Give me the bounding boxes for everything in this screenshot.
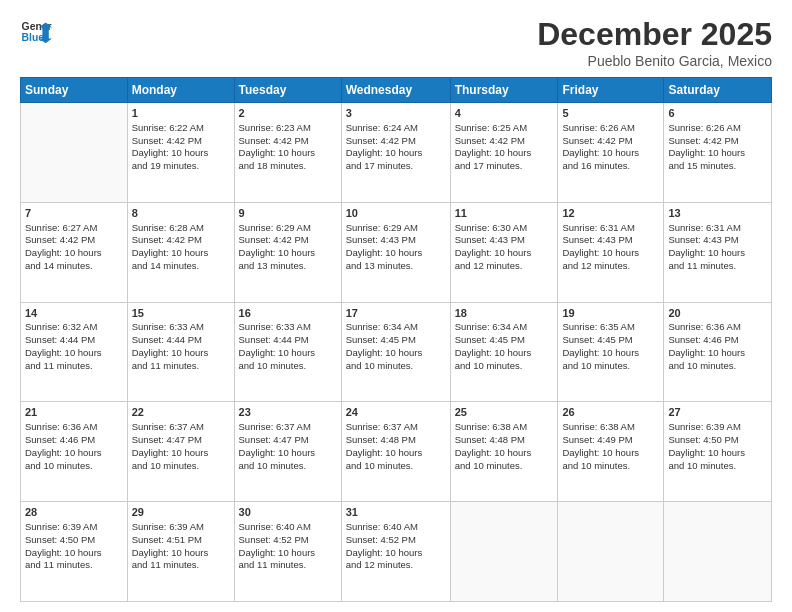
day-number: 4 bbox=[455, 106, 554, 121]
month-title: December 2025 bbox=[537, 16, 772, 53]
col-friday: Friday bbox=[558, 78, 664, 103]
day-info: Sunrise: 6:23 AM Sunset: 4:42 PM Dayligh… bbox=[239, 122, 337, 173]
day-info: Sunrise: 6:33 AM Sunset: 4:44 PM Dayligh… bbox=[132, 321, 230, 372]
day-number: 31 bbox=[346, 505, 446, 520]
day-number: 22 bbox=[132, 405, 230, 420]
location: Pueblo Benito Garcia, Mexico bbox=[537, 53, 772, 69]
calendar-cell: 25Sunrise: 6:38 AM Sunset: 4:48 PM Dayli… bbox=[450, 402, 558, 502]
day-info: Sunrise: 6:34 AM Sunset: 4:45 PM Dayligh… bbox=[346, 321, 446, 372]
day-number: 1 bbox=[132, 106, 230, 121]
calendar-cell: 29Sunrise: 6:39 AM Sunset: 4:51 PM Dayli… bbox=[127, 502, 234, 602]
day-info: Sunrise: 6:27 AM Sunset: 4:42 PM Dayligh… bbox=[25, 222, 123, 273]
calendar-cell bbox=[450, 502, 558, 602]
calendar-cell: 19Sunrise: 6:35 AM Sunset: 4:45 PM Dayli… bbox=[558, 302, 664, 402]
day-number: 26 bbox=[562, 405, 659, 420]
day-info: Sunrise: 6:36 AM Sunset: 4:46 PM Dayligh… bbox=[668, 321, 767, 372]
day-number: 13 bbox=[668, 206, 767, 221]
day-number: 19 bbox=[562, 306, 659, 321]
calendar-cell: 31Sunrise: 6:40 AM Sunset: 4:52 PM Dayli… bbox=[341, 502, 450, 602]
day-info: Sunrise: 6:37 AM Sunset: 4:47 PM Dayligh… bbox=[132, 421, 230, 472]
day-info: Sunrise: 6:39 AM Sunset: 4:50 PM Dayligh… bbox=[668, 421, 767, 472]
calendar-cell: 7Sunrise: 6:27 AM Sunset: 4:42 PM Daylig… bbox=[21, 202, 128, 302]
day-number: 25 bbox=[455, 405, 554, 420]
day-info: Sunrise: 6:29 AM Sunset: 4:43 PM Dayligh… bbox=[346, 222, 446, 273]
calendar-body: 1Sunrise: 6:22 AM Sunset: 4:42 PM Daylig… bbox=[21, 103, 772, 602]
day-number: 20 bbox=[668, 306, 767, 321]
calendar-cell: 5Sunrise: 6:26 AM Sunset: 4:42 PM Daylig… bbox=[558, 103, 664, 203]
day-info: Sunrise: 6:24 AM Sunset: 4:42 PM Dayligh… bbox=[346, 122, 446, 173]
calendar-cell bbox=[21, 103, 128, 203]
calendar-cell: 2Sunrise: 6:23 AM Sunset: 4:42 PM Daylig… bbox=[234, 103, 341, 203]
col-wednesday: Wednesday bbox=[341, 78, 450, 103]
day-number: 14 bbox=[25, 306, 123, 321]
day-number: 2 bbox=[239, 106, 337, 121]
calendar-cell: 17Sunrise: 6:34 AM Sunset: 4:45 PM Dayli… bbox=[341, 302, 450, 402]
calendar-cell: 6Sunrise: 6:26 AM Sunset: 4:42 PM Daylig… bbox=[664, 103, 772, 203]
svg-text:Blue: Blue bbox=[22, 32, 45, 43]
calendar-cell: 1Sunrise: 6:22 AM Sunset: 4:42 PM Daylig… bbox=[127, 103, 234, 203]
calendar-cell: 4Sunrise: 6:25 AM Sunset: 4:42 PM Daylig… bbox=[450, 103, 558, 203]
calendar-cell: 14Sunrise: 6:32 AM Sunset: 4:44 PM Dayli… bbox=[21, 302, 128, 402]
col-tuesday: Tuesday bbox=[234, 78, 341, 103]
day-number: 11 bbox=[455, 206, 554, 221]
day-number: 16 bbox=[239, 306, 337, 321]
col-monday: Monday bbox=[127, 78, 234, 103]
day-info: Sunrise: 6:31 AM Sunset: 4:43 PM Dayligh… bbox=[668, 222, 767, 273]
day-info: Sunrise: 6:31 AM Sunset: 4:43 PM Dayligh… bbox=[562, 222, 659, 273]
calendar-cell: 28Sunrise: 6:39 AM Sunset: 4:50 PM Dayli… bbox=[21, 502, 128, 602]
calendar-header-row: Sunday Monday Tuesday Wednesday Thursday… bbox=[21, 78, 772, 103]
day-number: 17 bbox=[346, 306, 446, 321]
day-number: 28 bbox=[25, 505, 123, 520]
calendar-week-3: 14Sunrise: 6:32 AM Sunset: 4:44 PM Dayli… bbox=[21, 302, 772, 402]
calendar-cell: 10Sunrise: 6:29 AM Sunset: 4:43 PM Dayli… bbox=[341, 202, 450, 302]
day-number: 3 bbox=[346, 106, 446, 121]
calendar-cell: 18Sunrise: 6:34 AM Sunset: 4:45 PM Dayli… bbox=[450, 302, 558, 402]
day-info: Sunrise: 6:33 AM Sunset: 4:44 PM Dayligh… bbox=[239, 321, 337, 372]
calendar-cell: 3Sunrise: 6:24 AM Sunset: 4:42 PM Daylig… bbox=[341, 103, 450, 203]
day-info: Sunrise: 6:40 AM Sunset: 4:52 PM Dayligh… bbox=[346, 521, 446, 572]
calendar-cell: 12Sunrise: 6:31 AM Sunset: 4:43 PM Dayli… bbox=[558, 202, 664, 302]
day-info: Sunrise: 6:38 AM Sunset: 4:49 PM Dayligh… bbox=[562, 421, 659, 472]
day-info: Sunrise: 6:36 AM Sunset: 4:46 PM Dayligh… bbox=[25, 421, 123, 472]
day-info: Sunrise: 6:34 AM Sunset: 4:45 PM Dayligh… bbox=[455, 321, 554, 372]
page: General Blue December 2025 Pueblo Benito… bbox=[0, 0, 792, 612]
calendar-cell: 20Sunrise: 6:36 AM Sunset: 4:46 PM Dayli… bbox=[664, 302, 772, 402]
day-number: 6 bbox=[668, 106, 767, 121]
day-number: 23 bbox=[239, 405, 337, 420]
day-info: Sunrise: 6:26 AM Sunset: 4:42 PM Dayligh… bbox=[668, 122, 767, 173]
logo: General Blue bbox=[20, 16, 52, 48]
day-info: Sunrise: 6:30 AM Sunset: 4:43 PM Dayligh… bbox=[455, 222, 554, 273]
calendar-cell bbox=[558, 502, 664, 602]
calendar-cell: 22Sunrise: 6:37 AM Sunset: 4:47 PM Dayli… bbox=[127, 402, 234, 502]
calendar-cell: 23Sunrise: 6:37 AM Sunset: 4:47 PM Dayli… bbox=[234, 402, 341, 502]
day-info: Sunrise: 6:39 AM Sunset: 4:50 PM Dayligh… bbox=[25, 521, 123, 572]
day-number: 12 bbox=[562, 206, 659, 221]
calendar-week-2: 7Sunrise: 6:27 AM Sunset: 4:42 PM Daylig… bbox=[21, 202, 772, 302]
calendar-cell bbox=[664, 502, 772, 602]
day-info: Sunrise: 6:25 AM Sunset: 4:42 PM Dayligh… bbox=[455, 122, 554, 173]
day-info: Sunrise: 6:26 AM Sunset: 4:42 PM Dayligh… bbox=[562, 122, 659, 173]
day-number: 24 bbox=[346, 405, 446, 420]
day-number: 27 bbox=[668, 405, 767, 420]
col-sunday: Sunday bbox=[21, 78, 128, 103]
day-info: Sunrise: 6:22 AM Sunset: 4:42 PM Dayligh… bbox=[132, 122, 230, 173]
title-block: December 2025 Pueblo Benito Garcia, Mexi… bbox=[537, 16, 772, 69]
day-number: 15 bbox=[132, 306, 230, 321]
calendar-week-1: 1Sunrise: 6:22 AM Sunset: 4:42 PM Daylig… bbox=[21, 103, 772, 203]
day-number: 9 bbox=[239, 206, 337, 221]
calendar-cell: 26Sunrise: 6:38 AM Sunset: 4:49 PM Dayli… bbox=[558, 402, 664, 502]
header: General Blue December 2025 Pueblo Benito… bbox=[20, 16, 772, 69]
day-info: Sunrise: 6:35 AM Sunset: 4:45 PM Dayligh… bbox=[562, 321, 659, 372]
calendar-cell: 11Sunrise: 6:30 AM Sunset: 4:43 PM Dayli… bbox=[450, 202, 558, 302]
calendar-cell: 13Sunrise: 6:31 AM Sunset: 4:43 PM Dayli… bbox=[664, 202, 772, 302]
day-number: 21 bbox=[25, 405, 123, 420]
calendar-cell: 30Sunrise: 6:40 AM Sunset: 4:52 PM Dayli… bbox=[234, 502, 341, 602]
day-info: Sunrise: 6:37 AM Sunset: 4:47 PM Dayligh… bbox=[239, 421, 337, 472]
calendar: Sunday Monday Tuesday Wednesday Thursday… bbox=[20, 77, 772, 602]
day-info: Sunrise: 6:40 AM Sunset: 4:52 PM Dayligh… bbox=[239, 521, 337, 572]
day-info: Sunrise: 6:32 AM Sunset: 4:44 PM Dayligh… bbox=[25, 321, 123, 372]
day-info: Sunrise: 6:37 AM Sunset: 4:48 PM Dayligh… bbox=[346, 421, 446, 472]
day-number: 7 bbox=[25, 206, 123, 221]
day-number: 30 bbox=[239, 505, 337, 520]
calendar-cell: 21Sunrise: 6:36 AM Sunset: 4:46 PM Dayli… bbox=[21, 402, 128, 502]
